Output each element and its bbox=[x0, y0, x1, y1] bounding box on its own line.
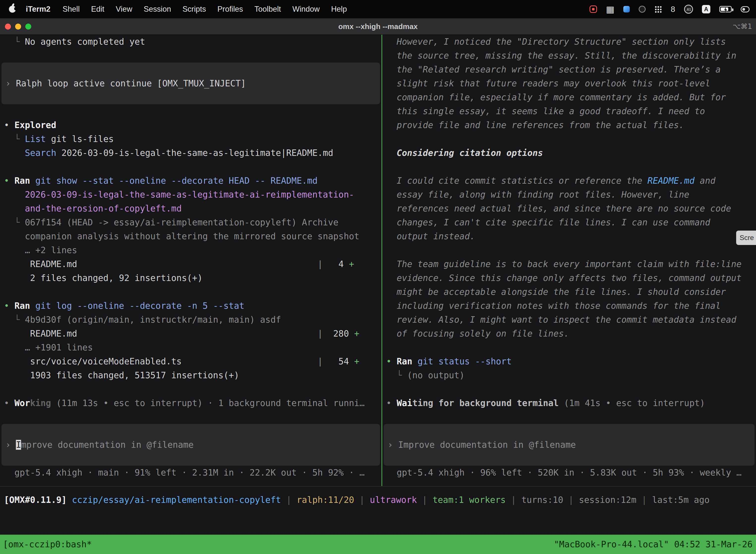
blue-app-icon[interactable] bbox=[623, 6, 630, 12]
text-segment bbox=[4, 204, 25, 214]
menu-scripts[interactable]: Scripts bbox=[177, 5, 212, 14]
spacer bbox=[382, 340, 756, 354]
thinking-p2-l5: output instead. bbox=[382, 229, 756, 243]
digit-icon[interactable]: 8 bbox=[671, 5, 675, 14]
thinking-p3-l2: evidence. Since this change only affects… bbox=[382, 271, 756, 285]
thinking-p1-l5: companion file, especially if more comme… bbox=[382, 90, 756, 104]
zoom-button[interactable] bbox=[25, 23, 31, 30]
text-segment: git log --oneline --decorate -n 5 --stat bbox=[35, 301, 244, 311]
text-segment: might be acceptable alongside the file l… bbox=[386, 287, 726, 297]
window-titlebar[interactable]: omx --xhigh --madmax ⌥⌘1 bbox=[0, 18, 756, 35]
battery-icon[interactable] bbox=[719, 6, 732, 12]
screen-recording-indicator[interactable] bbox=[589, 5, 597, 13]
text-segment: including verification notes with those … bbox=[386, 301, 721, 311]
thinking-p3-l6: of focusing solely on file lines. bbox=[382, 327, 756, 340]
thinking-p3-l3: might be acceptable alongside the file l… bbox=[382, 285, 756, 299]
launchpad-icon[interactable] bbox=[654, 6, 662, 13]
log-commit-line: └ 4b9d30f (origin/main, instructkr/main,… bbox=[0, 313, 381, 327]
agents-status-line: └ No agents completed yet bbox=[0, 35, 381, 49]
ralph-loop-banner[interactable]: › Ralph loop active continue [OMX_TMUX_I… bbox=[1, 63, 380, 104]
thinking-p2-l2: essay file, along with finding root file… bbox=[382, 188, 756, 202]
working-status-line: • Working (11m 13s • esc to interrupt) ·… bbox=[0, 396, 381, 410]
text-segment: 4 bbox=[323, 259, 349, 269]
dark-app-icon[interactable] bbox=[639, 6, 646, 13]
menu-view[interactable]: View bbox=[110, 5, 138, 14]
text-segment: ting for background terminal bbox=[412, 398, 559, 408]
text-segment: 54 bbox=[323, 356, 354, 366]
menu-window[interactable]: Window bbox=[287, 5, 325, 14]
text-segment: of focusing solely on file lines. bbox=[386, 329, 569, 339]
text-segment: | bbox=[281, 495, 297, 505]
thinking-p2-l1: I could cite commit statistics or refere… bbox=[382, 174, 756, 188]
text-segment bbox=[4, 148, 25, 158]
text-segment: Considering citation options bbox=[397, 148, 543, 158]
spacer bbox=[0, 160, 381, 174]
gauge-icon-glyph: .61 bbox=[686, 7, 691, 11]
text-segment: Wai bbox=[397, 398, 412, 408]
menu-session[interactable]: Session bbox=[138, 5, 177, 14]
left-pane[interactable]: └ No agents completed yet› Ralph loop ac… bbox=[0, 35, 381, 486]
text-segment: | bbox=[563, 495, 579, 505]
explored-header: • Explored bbox=[0, 118, 381, 132]
input-source-icon[interactable]: A bbox=[702, 5, 710, 13]
apple-menu-icon[interactable] bbox=[9, 6, 16, 13]
text-segment: and-the-erosion-of-copyleft.md bbox=[25, 204, 182, 214]
text-segment: Search bbox=[25, 148, 56, 158]
screen-share-tooltip[interactable]: Scre bbox=[736, 231, 756, 245]
log-more-lines: … +1901 lines bbox=[0, 340, 381, 354]
text-segment: 2 files changed, 92 insertions(+) bbox=[4, 273, 203, 283]
menu-help[interactable]: Help bbox=[325, 5, 353, 14]
gauge-icon[interactable]: .61 bbox=[684, 5, 693, 14]
text-segment: gpt-5.4 xhigh · 96% left · 520K in · 5.8… bbox=[386, 467, 742, 478]
control-center-icon[interactable] bbox=[741, 6, 750, 12]
spacer bbox=[0, 285, 381, 299]
menu-profiles[interactable]: Profiles bbox=[211, 5, 249, 14]
text-segment: └ bbox=[4, 217, 25, 227]
spacer bbox=[382, 160, 756, 174]
git-status-output: └ (no output) bbox=[382, 368, 756, 382]
thinking-heading: Considering citation options bbox=[382, 146, 756, 160]
text-segment: Ran bbox=[14, 301, 30, 311]
digit-icon-glyph: 8 bbox=[671, 5, 675, 14]
grid-icon-glyph: ▦ bbox=[606, 4, 614, 14]
text-segment bbox=[67, 495, 72, 505]
prompt-input-left[interactable]: › Improve documentation in @filename bbox=[1, 424, 380, 466]
essay-filename-1: 2026-03-09-is-legal-the-same-as-legitima… bbox=[0, 188, 381, 202]
text-segment: | bbox=[77, 259, 323, 269]
more-lines: … +2 lines bbox=[0, 243, 381, 257]
thinking-p1-l7: provide file and line references from th… bbox=[382, 118, 756, 132]
text-segment: src/voice/voiceModeEnabled.ts bbox=[4, 356, 182, 366]
text-segment: 2026-03-09-is-legal-the-same-as-legitima… bbox=[56, 148, 333, 158]
thinking-p1-l3: the "Related research writing" section i… bbox=[382, 63, 756, 76]
close-button[interactable] bbox=[5, 23, 11, 30]
prompt-text-left: › Improve documentation in @filename bbox=[1, 438, 380, 452]
log-diffstat-voice: src/voice/voiceModeEnabled.ts | 54 + bbox=[0, 354, 381, 368]
text-segment: review. Also, I might want to inspect th… bbox=[386, 315, 737, 325]
text-segment: the "Related research writing" section i… bbox=[386, 64, 721, 74]
diffstat-readme: README.md | 4 + bbox=[0, 257, 381, 271]
text-segment bbox=[30, 176, 35, 186]
macos-menubar: iTerm2 ShellEditViewSessionScriptsProfil… bbox=[0, 0, 756, 18]
minimize-button[interactable] bbox=[15, 23, 21, 30]
omx-branch: cczip/essay/ai-reimplementation-copyleft bbox=[72, 495, 281, 505]
spacer bbox=[0, 410, 381, 424]
grid-icon[interactable]: ▦ bbox=[606, 4, 614, 14]
tmux-window-shortcut: ⌥⌘1 bbox=[733, 22, 752, 31]
text-segment: gpt-5.4 xhigh · main · 91% left · 2.31M … bbox=[4, 467, 365, 478]
menu-app-iterm2[interactable]: iTerm2 bbox=[19, 5, 57, 14]
text-segment: 2026-03-09-is-legal-the-same-as-legitima… bbox=[25, 189, 354, 200]
right-pane[interactable]: However, I noticed the "Directory Struct… bbox=[382, 35, 756, 486]
text-segment: No agents completed yet bbox=[25, 37, 145, 47]
text-segment: changes, I can't cite specific file line… bbox=[386, 217, 710, 227]
tmux-session-info: [omx-cczip0:bash* bbox=[0, 539, 92, 549]
omx-session-time: session:12m bbox=[579, 495, 636, 505]
menu-toolbelt[interactable]: Toolbelt bbox=[249, 5, 287, 14]
menu-shell[interactable]: Shell bbox=[57, 5, 85, 14]
commit-line-2: companion analysis without altering the … bbox=[0, 229, 381, 243]
input-source-icon-glyph: A bbox=[704, 6, 708, 13]
menu-edit[interactable]: Edit bbox=[85, 5, 110, 14]
thinking-p3-l5: review. Also, I might want to inspect th… bbox=[382, 313, 756, 327]
text-segment: README.md bbox=[4, 329, 77, 339]
text-segment: 067f154 (HEAD -> essay/ai-reimplementati… bbox=[25, 217, 338, 227]
prompt-input-right[interactable]: › Improve documentation in @filename bbox=[384, 424, 755, 466]
